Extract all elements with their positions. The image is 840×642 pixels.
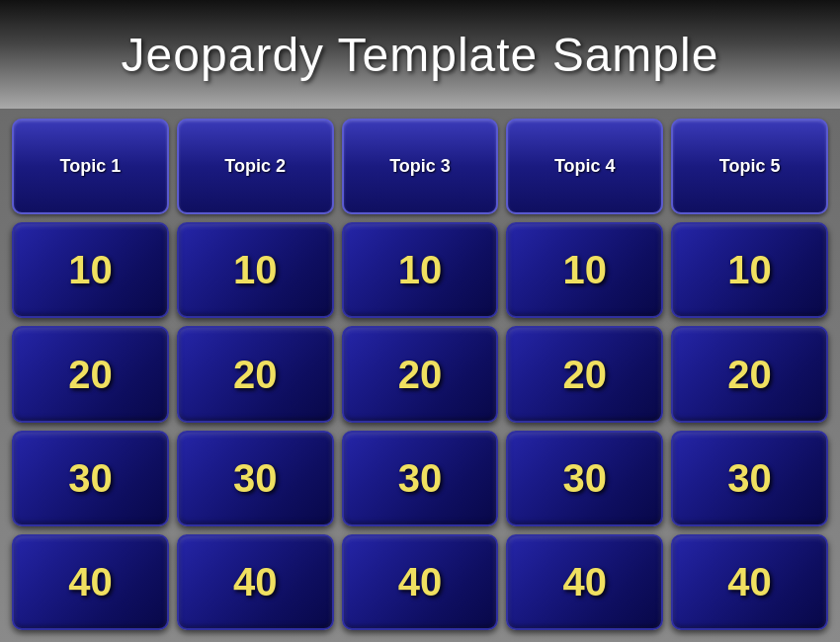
value-2-40: 40 [233, 560, 278, 604]
value-3-20: 20 [398, 353, 443, 397]
value-4-30: 30 [563, 456, 608, 501]
value-1-30: 30 [68, 456, 113, 501]
cell-4-30[interactable]: 30 [506, 431, 663, 526]
topic-4-label: Topic 4 [554, 156, 616, 177]
topic-5-label: Topic 5 [719, 156, 781, 177]
value-5-30: 30 [727, 456, 772, 501]
topic-1-header[interactable]: Topic 1 [12, 119, 169, 214]
cell-2-40[interactable]: 40 [177, 534, 334, 630]
cell-5-10[interactable]: 10 [671, 222, 828, 318]
cell-2-10[interactable]: 10 [177, 222, 334, 318]
row-30: 30 30 30 30 30 [12, 431, 828, 526]
cell-3-30[interactable]: 30 [342, 431, 499, 526]
cell-5-40[interactable]: 40 [671, 534, 828, 630]
cell-4-40[interactable]: 40 [506, 534, 663, 630]
topics-row: Topic 1 Topic 2 Topic 3 Topic 4 Topic 5 [12, 119, 828, 214]
cell-2-30[interactable]: 30 [177, 431, 334, 526]
value-2-10: 10 [233, 248, 278, 292]
cell-4-20[interactable]: 20 [506, 326, 663, 422]
topic-4-header[interactable]: Topic 4 [506, 119, 663, 214]
value-4-10: 10 [563, 248, 608, 292]
value-5-10: 10 [727, 248, 772, 292]
cell-1-30[interactable]: 30 [12, 431, 169, 526]
value-1-20: 20 [68, 353, 113, 397]
value-5-20: 20 [727, 353, 772, 397]
row-20: 20 20 20 20 20 [12, 326, 828, 422]
cell-4-10[interactable]: 10 [506, 222, 663, 318]
topic-5-header[interactable]: Topic 5 [671, 119, 828, 214]
cell-3-20[interactable]: 20 [342, 326, 499, 422]
row-10: 10 10 10 10 10 [12, 222, 828, 318]
topic-2-header[interactable]: Topic 2 [177, 119, 334, 214]
value-5-40: 40 [727, 560, 772, 604]
row-40: 40 40 40 40 40 [12, 534, 828, 630]
cell-3-40[interactable]: 40 [342, 534, 499, 630]
value-1-40: 40 [68, 560, 113, 604]
cell-5-20[interactable]: 20 [671, 326, 828, 422]
cell-1-20[interactable]: 20 [12, 326, 169, 422]
topic-3-label: Topic 3 [389, 156, 451, 177]
value-1-10: 10 [68, 248, 113, 292]
game-board: Topic 1 Topic 2 Topic 3 Topic 4 Topic 5 … [0, 109, 840, 642]
value-2-20: 20 [233, 353, 278, 397]
topic-1-label: Topic 1 [60, 156, 122, 177]
value-4-40: 40 [563, 560, 608, 604]
cell-1-40[interactable]: 40 [12, 534, 169, 630]
cell-3-10[interactable]: 10 [342, 222, 499, 318]
topic-3-header[interactable]: Topic 3 [342, 119, 499, 214]
cell-5-30[interactable]: 30 [671, 431, 828, 526]
value-3-30: 30 [398, 456, 443, 501]
value-2-30: 30 [233, 456, 278, 501]
cell-2-20[interactable]: 20 [177, 326, 334, 422]
page-wrapper: Jeopardy Template Sample Topic 1 Topic 2… [0, 0, 840, 642]
header: Jeopardy Template Sample [0, 0, 840, 109]
value-3-10: 10 [398, 248, 443, 292]
value-3-40: 40 [398, 560, 443, 604]
page-title: Jeopardy Template Sample [122, 28, 719, 82]
value-4-20: 20 [563, 353, 608, 397]
cell-1-10[interactable]: 10 [12, 222, 169, 318]
topic-2-label: Topic 2 [224, 156, 286, 177]
